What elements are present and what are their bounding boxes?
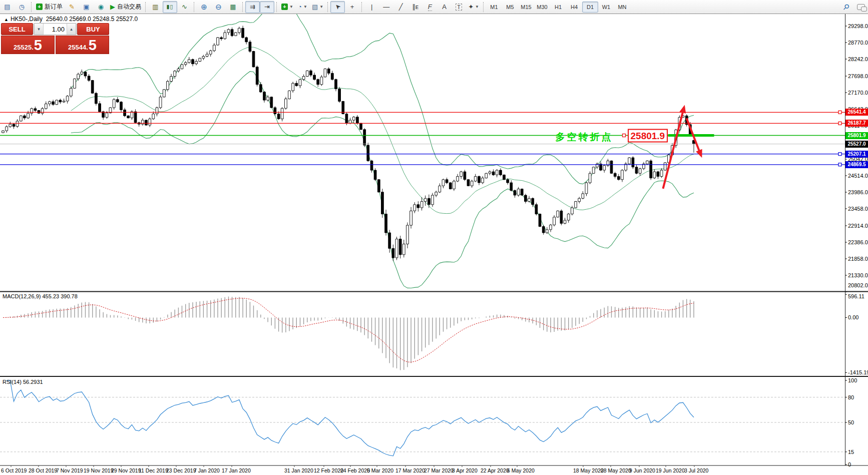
up-trend-arrow xyxy=(663,107,684,189)
candlestick-chart-button[interactable]: ▮▯ xyxy=(163,1,177,13)
price-axis-label: 20802.0 xyxy=(848,282,868,288)
crosshair-button[interactable]: + xyxy=(345,1,359,13)
text-label-button[interactable]: T xyxy=(452,1,466,13)
toolbar-separator xyxy=(31,2,32,12)
date-axis-label: 9 Jun 2020 xyxy=(629,467,655,473)
text-icon: A xyxy=(442,3,447,11)
price-tag-25207.1: 25207.1 xyxy=(845,151,868,158)
history-center-icon: ◷ xyxy=(19,3,25,11)
metaeditor-icon[interactable]: ✎ xyxy=(65,1,79,13)
indicators-button[interactable]: +▼ xyxy=(279,1,295,13)
timeframe-m30-button[interactable]: M30 xyxy=(534,2,550,13)
cursor-button[interactable]: ➤ xyxy=(330,1,345,13)
macd-signal-line xyxy=(3,298,694,362)
vertical-line-icon: | xyxy=(371,3,372,11)
chart-shift-button[interactable]: ⇥ xyxy=(260,1,274,13)
chevron-down-icon: ▼ xyxy=(289,5,293,9)
signals-icon: ◉ xyxy=(98,3,104,11)
crosshair-icon: + xyxy=(350,3,354,11)
sell-price[interactable]: 25525.5 xyxy=(1,36,55,54)
chevron-down-icon: ▼ xyxy=(319,5,323,9)
bars-chart-button[interactable]: ▥ xyxy=(148,1,163,13)
expert-advisors-icon[interactable]: ▣ xyxy=(79,1,94,13)
signals-icon[interactable]: ◉ xyxy=(94,1,108,13)
cursor-icon: ➤ xyxy=(333,2,342,11)
horizontal-line-icon: — xyxy=(383,3,389,11)
chart-shift-icon: ⇥ xyxy=(264,3,270,11)
timeframe-h1-button[interactable]: H1 xyxy=(550,2,566,13)
autotrading-button-label: 自动交易 xyxy=(117,3,141,11)
periods-icon: ◔ xyxy=(298,3,302,11)
zoom-in-button[interactable]: ⊕ xyxy=(197,1,211,13)
text-label-icon: T xyxy=(456,4,462,11)
periods-button[interactable]: ◔▼ xyxy=(295,1,310,13)
date-axis-label: 22 Apr 2020 xyxy=(481,467,509,473)
pivot-price-callout[interactable]: 25801.9 xyxy=(628,129,668,142)
fibonacci-button[interactable]: F xyxy=(422,1,437,13)
symbol-marker-icon: ▲ xyxy=(4,17,9,22)
toolbar-separator xyxy=(276,2,277,12)
vertical-line-button[interactable]: | xyxy=(364,1,379,13)
text-button[interactable]: A xyxy=(437,1,452,13)
date-axis-label: 6 Oct 2019 xyxy=(1,467,27,473)
timeframe-d1-button[interactable]: D1 xyxy=(582,2,598,13)
date-axis-label: 28 May 2020 xyxy=(601,467,631,473)
date-axis-label: 17 Jan 2020 xyxy=(222,467,251,473)
price-axis-label: 27170.0 xyxy=(848,90,868,96)
timeframe-h4-button[interactable]: H4 xyxy=(566,2,582,13)
date-axis-label: 23 Dec 2019 xyxy=(166,467,196,473)
new-order-button[interactable]: +新订单 xyxy=(34,1,65,13)
sell-price-big: 5 xyxy=(34,38,42,53)
arrows-button[interactable]: ✦▼ xyxy=(466,1,481,13)
horizontal-line-button[interactable]: — xyxy=(379,1,393,13)
price-axis-label: 23986.0 xyxy=(848,189,868,195)
pivot-annotation-text[interactable]: 多空转折点 xyxy=(556,131,613,144)
toolbar: ▤◷+新订单✎▣◉▶自动交易▥▮▯∿⊕⊖▦⇉⇥+▼◔▼▧▼➤+|—╱∥ᴇFAT✦… xyxy=(0,0,868,14)
history-center-icon[interactable]: ◷ xyxy=(15,1,29,13)
zoom-out-button[interactable]: ⊖ xyxy=(211,1,226,13)
volume-increase-button[interactable]: ▴ xyxy=(67,24,76,35)
timeframe-toolbar: M1M5M15M30H1H4D1W1MN xyxy=(481,2,630,13)
buy-button[interactable]: BUY xyxy=(77,23,109,35)
line-chart-button[interactable]: ∿ xyxy=(177,1,192,13)
timeframe-m1-button[interactable]: M1 xyxy=(486,2,502,13)
date-axis-label: 27 Mar 2020 xyxy=(424,467,454,473)
auto-scroll-button[interactable]: ⇉ xyxy=(245,1,260,13)
equidistant-channel-icon: ∥ᴇ xyxy=(412,3,418,11)
market-watch-icon[interactable]: ▤ xyxy=(0,1,15,13)
volume-decrease-button[interactable]: ▾ xyxy=(34,24,44,35)
toolbar-separator xyxy=(327,2,328,12)
volume-input[interactable]: 1.00 xyxy=(44,24,67,35)
autotrading-icon: ▶ xyxy=(110,3,115,11)
trendline-button[interactable]: ╱ xyxy=(393,1,408,13)
autotrading-button[interactable]: ▶自动交易 xyxy=(108,1,143,13)
equidistant-channel-button[interactable]: ∥ᴇ xyxy=(408,1,422,13)
down-trend-arrow-head xyxy=(696,149,702,158)
chat-icon[interactable] xyxy=(853,1,868,13)
price-axis-label: 21858.0 xyxy=(848,256,868,262)
chart-canvas[interactable] xyxy=(0,0,868,475)
date-axis-label: 11 Dec 2019 xyxy=(139,467,168,473)
rsi-axis-label: 0 xyxy=(848,461,851,467)
fibonacci-icon: F xyxy=(428,3,432,11)
sell-button[interactable]: SELL xyxy=(1,23,33,35)
date-axis-label: 18 May 2020 xyxy=(573,467,604,473)
tile-windows-button[interactable]: ▦ xyxy=(226,1,240,13)
search-icon: ⚲ xyxy=(841,2,851,12)
price-axis-label: 24514.0 xyxy=(848,173,868,179)
macd-histogram xyxy=(3,297,694,370)
timeframe-m15-button[interactable]: M15 xyxy=(518,2,534,13)
search-icon[interactable]: ⚲ xyxy=(839,1,853,13)
timeframe-m5-button[interactable]: M5 xyxy=(502,2,518,13)
bars-chart-icon: ▥ xyxy=(152,3,158,11)
templates-icon: ▧ xyxy=(312,3,318,11)
templates-button[interactable]: ▧▼ xyxy=(310,1,325,13)
buy-price[interactable]: 25544.5 xyxy=(56,36,109,54)
price-axis-label: 28242.0 xyxy=(848,56,868,62)
timeframe-mn-button[interactable]: MN xyxy=(614,2,630,13)
toolbar-separator xyxy=(483,2,484,12)
line-endpoint-marker xyxy=(838,111,841,114)
date-axis-label: 5 Mar 2020 xyxy=(367,467,393,473)
timeframe-w1-button[interactable]: W1 xyxy=(598,2,614,13)
candle-wicks xyxy=(3,26,694,261)
